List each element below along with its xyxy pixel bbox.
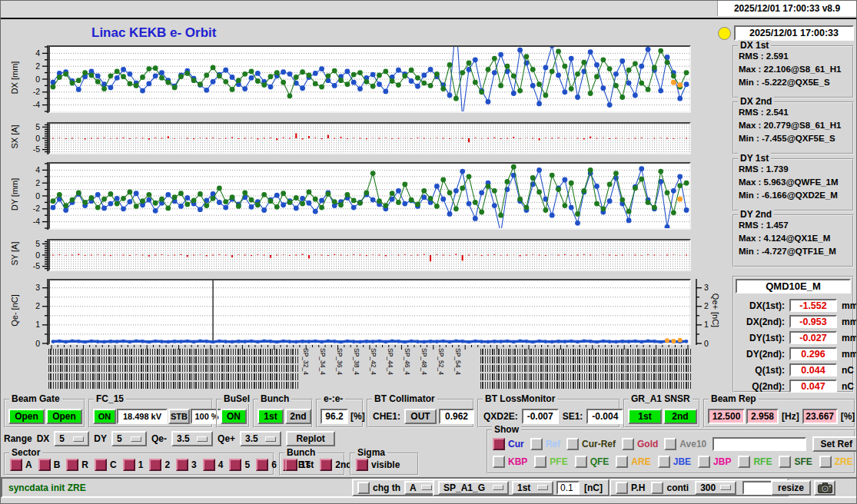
sector-checkbox-2[interactable]: 2 [149,459,170,471]
checkbox-icon[interactable] [616,482,628,494]
checkbox-icon[interactable] [357,482,370,494]
show-ref-checkbox[interactable]: Ref [530,438,560,450]
x-axis-label: SP_54_4 [454,348,462,375]
sector-checkbox-3[interactable]: 3 [176,459,197,471]
sector-checkbox-4[interactable]: 4 [203,459,224,471]
show-are-checkbox[interactable]: ARE [616,456,650,468]
checkbox-icon[interactable] [616,456,628,468]
show-kbp-checkbox[interactable]: KBP [493,456,527,468]
checkbox-icon[interactable] [320,459,332,471]
sector-group: Sector A B R C 1 2 3 4 5 6 BT [4,453,274,476]
show-pfe-checkbox[interactable]: PFE [534,456,567,468]
sector-checkbox-6[interactable]: 6 [256,459,277,471]
checkbox-icon[interactable] [575,456,587,468]
show-gold-checkbox[interactable]: Gold [622,438,658,450]
ph-checkbox[interactable]: P.H [616,482,645,494]
gr-snsr-2nd-button[interactable]: 2nd [663,409,697,424]
sector-checkbox-a[interactable]: A [10,459,32,471]
range-qep-dropdown[interactable]: 3.5 [240,431,281,446]
checkbox-icon[interactable] [493,456,505,468]
fc15-stb-button[interactable]: STB [168,409,190,424]
busel-group: BuSel ON [216,399,250,428]
resize-button[interactable]: resize [771,480,811,496]
svg-text:2: 2 [35,301,40,310]
stat-min: -4.727@QTF1E_M [762,247,836,256]
sx-plot [50,124,689,153]
checkbox-icon[interactable] [651,482,663,494]
sector-checkbox-c[interactable]: C [95,459,117,471]
checkbox-icon[interactable] [738,456,750,468]
checkbox-icon[interactable] [229,459,241,471]
checkbox-icon[interactable] [664,438,676,450]
checkbox-icon[interactable] [203,459,215,471]
x-axis-label: SP_34_4 [319,348,327,375]
checkbox-icon[interactable] [622,438,634,450]
sigma-visible-checkbox[interactable]: visible [356,459,400,471]
show-cur-checkbox[interactable]: Cur [493,438,524,450]
checkbox-icon[interactable] [176,459,188,471]
checkbox-icon[interactable] [285,459,297,471]
busel-on-button[interactable]: ON [221,409,247,424]
sector-checkbox-1[interactable]: 1 [123,459,144,471]
fc15-on-button[interactable]: ON [93,409,116,424]
stat-box-title: DX 2nd [738,96,774,107]
show-cur-ref-checkbox[interactable]: Cur-Ref [566,438,616,450]
chg-th-checkbox[interactable]: chg th [357,482,400,494]
screenshot-button[interactable] [814,480,835,496]
checkbox-icon[interactable] [493,438,505,450]
checkbox-icon[interactable] [819,456,832,468]
x-axis-label: SP_52_4 [437,348,445,375]
checkbox-icon[interactable] [566,438,579,450]
sx-axis-label: SX [A] [10,121,19,153]
checkbox-icon[interactable] [356,459,368,471]
set-ref-button[interactable]: Set Ref [812,436,857,452]
dropdown-dash-icon [537,485,548,490]
bunch-1st-button[interactable]: 1st [257,409,284,424]
checkbox-icon[interactable] [66,459,78,471]
checkbox-icon[interactable] [256,459,268,471]
bunch-2nd-button[interactable]: 2nd [285,409,311,424]
checkbox-icon[interactable] [38,459,51,471]
stat-box-title: DX 1st [738,40,771,51]
sp-select-dropdown[interactable]: SP_A1_G [438,481,509,495]
sector-checkbox-b[interactable]: B [38,459,61,471]
range-dx-dropdown[interactable]: 5 [54,431,89,446]
sector-checkbox-r[interactable]: R [66,459,88,471]
threshold-input[interactable] [556,481,580,495]
show-jbe-checkbox[interactable]: JBE [658,456,691,468]
checkbox-icon[interactable] [123,459,135,471]
show-sfe-checkbox[interactable]: SFE [779,456,812,468]
show-ave10-checkbox[interactable]: Ave10 [664,438,706,450]
show-zre-checkbox[interactable]: ZRE [819,456,853,468]
range-qem-dropdown[interactable]: 3.5 [171,431,213,446]
conti-checkbox[interactable]: conti [651,482,689,494]
gr-snsr-1st-button[interactable]: 1st [628,409,662,424]
checkbox-icon[interactable] [658,456,670,468]
checkbox-icon[interactable] [698,456,710,468]
left-axis-sy: 50-5 [24,234,50,276]
sector-checkbox-5[interactable]: 5 [229,459,250,471]
chg-th-dropdown[interactable]: A [404,481,435,495]
show-qfe-checkbox[interactable]: QFE [575,456,610,468]
bunch-select-dropdown[interactable]: 1st [512,481,553,495]
monitor-value: -0.953 [789,315,837,328]
navg-dropdown[interactable]: 300 [695,481,736,495]
beam-gate-open-button-1[interactable]: Open [8,409,45,424]
group-title: FC_15 [94,393,126,404]
checkbox-icon[interactable] [95,459,107,471]
checkbox-icon[interactable] [534,456,546,468]
show-jbp-checkbox[interactable]: JBP [698,456,731,468]
timestamp-field: 2025/12/01 17:00:33 [734,25,854,41]
beam-gate-open-button-2[interactable]: Open [46,409,82,424]
replot-button[interactable]: Replot [286,431,335,446]
checkbox-icon[interactable] [779,456,791,468]
bt-coll-state-button[interactable]: OUT [404,409,437,424]
show-rfe-checkbox[interactable]: RFE [738,456,772,468]
bunch-2nd-checkbox[interactable]: 2nd [320,459,351,471]
checkbox-icon[interactable] [530,438,543,450]
range-dy-dropdown[interactable]: 5 [111,431,147,446]
checkbox-icon[interactable] [149,459,161,471]
bunch-1st-checkbox[interactable]: 1st [285,459,314,471]
checkbox-icon[interactable] [10,459,22,471]
set-ref-input[interactable] [713,437,806,451]
